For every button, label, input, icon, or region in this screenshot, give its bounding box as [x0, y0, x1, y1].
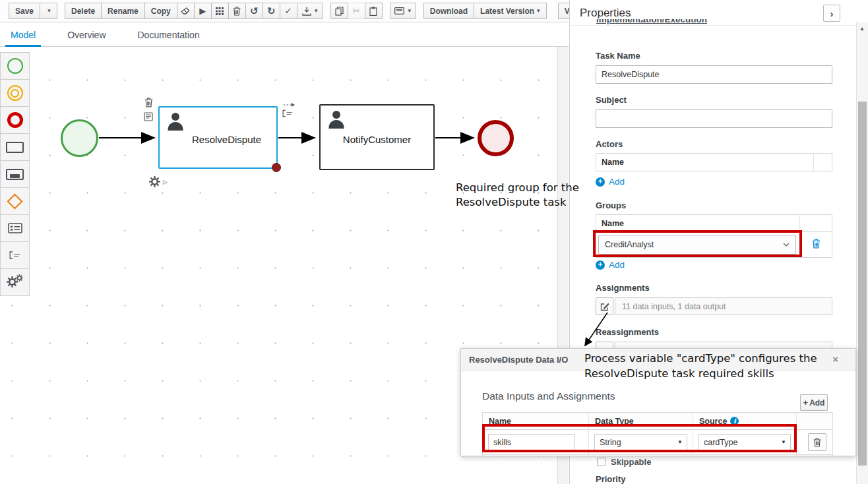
- play-outline-icon: ▷: [163, 179, 168, 185]
- palette-end-event[interactable]: [0, 106, 30, 134]
- gateway-icon: [7, 193, 22, 209]
- dialog-title: ResolveDispute Data I/O: [469, 355, 568, 365]
- context-annotation-button[interactable]: [282, 109, 294, 119]
- task-node-resolvedispute[interactable]: ResolveDispute: [158, 106, 278, 169]
- subject-label: Subject: [596, 95, 627, 105]
- redo-icon: ↻: [267, 6, 276, 16]
- user-task-icon: [168, 113, 183, 131]
- form-button-group: ▾: [390, 3, 416, 19]
- palette-intermediate-event[interactable]: [0, 79, 30, 107]
- edit-assignments-button[interactable]: [596, 297, 613, 315]
- priority-label: Priority: [596, 474, 626, 484]
- column-name: Name: [483, 413, 588, 429]
- palette-task[interactable]: [0, 133, 30, 161]
- save-button[interactable]: Save: [9, 3, 40, 19]
- task-label: ResolveDispute: [192, 134, 261, 145]
- chevron-right-icon: ›: [830, 8, 834, 19]
- column-data-type: Data Type: [588, 413, 693, 429]
- annotation-group-note: Required group for the ResolveDispute ta…: [456, 181, 596, 210]
- cut-button[interactable]: ✂: [348, 3, 365, 19]
- add-actor-button[interactable]: + Add: [596, 177, 625, 187]
- task-name-label: Task Name: [596, 51, 640, 61]
- task-name-input[interactable]: [596, 65, 832, 84]
- add-group-button[interactable]: + Add: [596, 260, 625, 270]
- undo-button[interactable]: ↺: [245, 3, 263, 19]
- clear-canvas-button[interactable]: [177, 3, 195, 19]
- chevron-down-icon: ▾: [47, 8, 51, 14]
- subject-input[interactable]: [596, 109, 832, 128]
- form-icon: [144, 112, 153, 121]
- task-error-dot: [272, 163, 281, 172]
- export-button[interactable]: ▾: [297, 3, 323, 19]
- editor-tabs: Model Overview Documentation: [0, 23, 569, 47]
- scissors-icon: ✂: [353, 7, 360, 15]
- task-node-notifycustomer[interactable]: NotifyCustomer: [319, 104, 435, 170]
- delete-button[interactable]: Delete: [65, 3, 102, 19]
- add-data-input-button[interactable]: + Add: [800, 394, 828, 411]
- source-select[interactable]: cardType ▼: [698, 434, 791, 451]
- delete-selection-button[interactable]: [228, 3, 246, 19]
- palette-gateway[interactable]: [0, 187, 30, 215]
- plus-circle-icon: +: [596, 177, 605, 187]
- groups-table: Name CreditAnalyst: [596, 214, 832, 258]
- task-icon: [6, 142, 24, 153]
- chevron-down-icon: ▾: [315, 8, 318, 14]
- tab-documentation[interactable]: Documentation: [137, 24, 201, 46]
- skippable-label: Skippable: [611, 457, 651, 467]
- palette-service-tasks[interactable]: [0, 268, 30, 296]
- data-inputs-table: Name Data Type Source i String ▼: [482, 412, 833, 456]
- groups-label: Groups: [596, 200, 626, 210]
- rename-button[interactable]: Rename: [101, 3, 145, 19]
- start-event-node[interactable]: [61, 119, 98, 157]
- actors-table: Name: [596, 153, 832, 171]
- palette-start-event[interactable]: [0, 52, 30, 80]
- grid-button[interactable]: [211, 3, 229, 19]
- toolbar: Save ▾ Delete Rename Copy ▶ ↺ ↻ ✓ ▾ ✂ ▾ …: [0, 0, 569, 22]
- context-gears-button[interactable]: [149, 176, 160, 189]
- palette-text-annotation[interactable]: [0, 241, 30, 269]
- data-input-row: String ▼ cardType ▼: [483, 429, 832, 454]
- process-designer-window: Save ▾ Delete Rename Copy ▶ ↺ ↻ ✓ ▾ ✂ ▾ …: [0, 0, 868, 484]
- scrollbar-thumb[interactable]: [858, 102, 867, 466]
- copy-element-button[interactable]: [330, 3, 348, 19]
- data-input-name-field[interactable]: [488, 434, 575, 451]
- task-label: NotifyCustomer: [343, 134, 411, 145]
- edit-button-group: Delete Rename Copy ▶ ↺ ↻ ✓ ▾: [65, 3, 323, 19]
- end-event-node[interactable]: [478, 120, 514, 156]
- trash-icon: [233, 7, 241, 16]
- tab-model[interactable]: Model: [9, 24, 37, 46]
- delete-row-button[interactable]: [808, 433, 826, 451]
- undo-icon: ↺: [250, 6, 259, 16]
- palette-subprocess[interactable]: [0, 160, 30, 188]
- panel-scrollbar[interactable]: ▲: [856, 22, 868, 484]
- context-connector-button[interactable]: [283, 100, 295, 109]
- download-button[interactable]: Download: [423, 3, 474, 19]
- validate-button[interactable]: ✓: [280, 3, 297, 19]
- gear-icon: [149, 176, 160, 187]
- skippable-checkbox[interactable]: [597, 458, 605, 466]
- form-table-icon: [8, 223, 22, 233]
- run-process-button[interactable]: ▶: [194, 3, 212, 19]
- paste-button[interactable]: [365, 3, 383, 19]
- copy-button[interactable]: Copy: [144, 3, 177, 19]
- context-play-button[interactable]: ▷: [163, 179, 168, 185]
- version-button-group: Download Latest Version▾: [423, 3, 547, 19]
- section-header-implementation: Implementation/Execution: [596, 19, 707, 26]
- redo-button[interactable]: ↻: [263, 3, 280, 19]
- palette-form-task[interactable]: [0, 214, 30, 242]
- data-type-select[interactable]: String ▼: [594, 434, 687, 451]
- delete-group-button[interactable]: [812, 239, 821, 251]
- plus-icon: +: [803, 398, 809, 408]
- group-select[interactable]: CreditAnalyst: [598, 235, 796, 255]
- save-options-button[interactable]: ▾: [40, 3, 57, 19]
- latest-version-button[interactable]: Latest Version▾: [474, 3, 547, 19]
- context-delete-button[interactable]: [144, 98, 153, 109]
- assignments-summary[interactable]: 11 data inputs, 1 data output: [615, 297, 832, 315]
- collapse-panel-button[interactable]: ›: [823, 5, 840, 22]
- tab-overview[interactable]: Overview: [66, 24, 107, 46]
- form-generation-button[interactable]: ▾: [390, 3, 416, 19]
- scroll-up-icon[interactable]: ▲: [859, 26, 865, 32]
- properties-title: Properties: [580, 7, 631, 20]
- context-form-button[interactable]: [144, 112, 153, 123]
- chevron-down-icon: ▾: [537, 8, 540, 14]
